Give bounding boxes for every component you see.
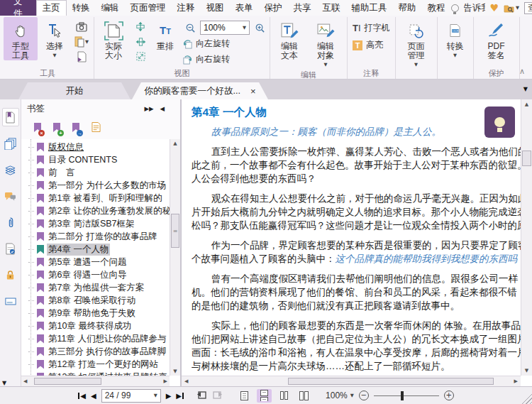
signatures-panel-button[interactable] bbox=[2, 239, 19, 258]
bookmark-item[interactable]: 第8章 召唤他采取行动 bbox=[28, 294, 180, 307]
continuous-facing-view-button[interactable] bbox=[297, 389, 311, 403]
scroll-left-arrow[interactable]: ◀ bbox=[184, 378, 188, 384]
menu-tab[interactable]: 编辑 bbox=[96, 0, 125, 16]
tab-active-document[interactable]: 你的顾客需要一个好故... × bbox=[132, 82, 268, 99]
document-horizontal-scrollbar[interactable]: ◀ ▶ bbox=[182, 376, 521, 386]
bookmark-item[interactable]: 第2章 让你的业务蓬勃发展的秘 bbox=[28, 204, 180, 217]
edit-text-button[interactable]: 编辑文本 bbox=[272, 17, 306, 60]
zoom-slider[interactable] bbox=[374, 391, 439, 400]
ribbon-collapse-chevron[interactable]: ∧ bbox=[519, 67, 525, 76]
scrollbar-thumb[interactable] bbox=[288, 378, 494, 385]
reflow-button[interactable]: TT 重排 bbox=[150, 17, 180, 51]
pdf-sign-button[interactable]: PDF签名 bbox=[476, 17, 517, 60]
window-resize-grip[interactable] bbox=[519, 391, 532, 404]
next-page-button[interactable]: ▶ bbox=[166, 392, 172, 400]
tell-me-label[interactable]: 告诉我 bbox=[464, 2, 485, 14]
previous-page-button[interactable]: ◀ bbox=[91, 392, 96, 400]
continuous-view-button[interactable] bbox=[257, 389, 272, 403]
bookmark-item[interactable]: 第4章 一个人物 bbox=[28, 243, 180, 256]
scroll-up-arrow[interactable]: ▲ bbox=[173, 141, 177, 146]
rotate-left-button[interactable]: 向左旋转 bbox=[182, 37, 267, 50]
panel-float-icon[interactable]: ▶▶ bbox=[144, 105, 153, 112]
tip-lightbulb-badge[interactable] bbox=[484, 107, 515, 138]
menu-tab[interactable]: 注释 bbox=[172, 0, 201, 16]
page-management-button[interactable]: 页面管理▼ bbox=[398, 17, 435, 70]
panel-collapse-icon[interactable]: ◀ bbox=[160, 105, 165, 112]
zoom-level-select[interactable]: 100% ▼ bbox=[200, 21, 250, 35]
page-thumbnails-button[interactable] bbox=[2, 134, 19, 153]
panel-collapse-triangle[interactable]: ▼ bbox=[2, 380, 6, 386]
scroll-up-arrow[interactable]: ▲ bbox=[525, 102, 528, 107]
menu-tab[interactable]: 表单 bbox=[230, 0, 259, 16]
zoom-out-button[interactable]: − bbox=[359, 391, 369, 400]
comments-panel-button[interactable] bbox=[2, 187, 19, 205]
scroll-right-arrow[interactable]: ▶ bbox=[164, 378, 167, 384]
bookmarks-vertical-scrollbar[interactable]: ▲ ≡ ▼ bbox=[170, 139, 180, 376]
fields-panel-button[interactable] bbox=[2, 292, 19, 310]
bookmark-item[interactable]: 第三部分 执行你的故事品牌脚 bbox=[28, 345, 180, 358]
delete-bookmark-button[interactable]: × bbox=[34, 122, 41, 135]
marquee-zoom-button[interactable] bbox=[133, 50, 148, 62]
set-destination-button[interactable]: → bbox=[72, 122, 79, 135]
menu-tab[interactable]: 辅助工具 bbox=[346, 0, 393, 16]
zoom-in-button[interactable]: + bbox=[444, 391, 454, 400]
menu-tab[interactable]: 教程 bbox=[422, 0, 451, 16]
menu-tab[interactable]: 转换 bbox=[67, 0, 96, 16]
document-vertical-scrollbar[interactable]: ▲ ▼ bbox=[521, 99, 532, 376]
add-bookmark-button[interactable]: + bbox=[53, 122, 60, 135]
zoom-in-button[interactable] bbox=[252, 22, 267, 34]
bookmarks-horizontal-scrollbar[interactable]: ◀ ▶ bbox=[21, 376, 170, 386]
next-view-button[interactable] bbox=[212, 390, 223, 401]
search-input[interactable] bbox=[524, 2, 532, 14]
menu-tab[interactable]: 帮助 bbox=[393, 0, 422, 16]
bookmark-item[interactable]: 第5章 遭遇一个问题 bbox=[28, 256, 180, 268]
bookmarks-panel-button[interactable] bbox=[2, 108, 19, 126]
highlight-button[interactable]: T 高亮 bbox=[353, 39, 390, 51]
bookmark-item[interactable]: 第一部分 为什么大多数的市场 bbox=[28, 179, 180, 192]
menu-tab[interactable]: 保护 bbox=[259, 0, 288, 16]
file-menu-button[interactable]: 文件 bbox=[0, 0, 36, 16]
menu-tab[interactable]: 页面管理 bbox=[125, 0, 172, 16]
bookmark-item[interactable]: 第9章 帮助他免于失败 bbox=[28, 307, 180, 320]
first-page-button[interactable]: ◀ bbox=[78, 392, 86, 400]
bookmark-item[interactable]: 第10章 最终获得成功 bbox=[28, 320, 180, 332]
actual-size-button[interactable]: 实际大小 bbox=[96, 17, 131, 60]
single-page-view-button[interactable] bbox=[237, 389, 252, 403]
bookmark-item[interactable]: 第7章 为他提供一套方案 bbox=[28, 281, 180, 294]
clipboard-button[interactable]: ▼ bbox=[74, 36, 89, 48]
bookmark-item[interactable]: 第11章 人们想让你的品牌参与 bbox=[28, 332, 180, 345]
scrollbar-thumb[interactable]: ≡ bbox=[171, 214, 179, 248]
expand-bookmarks-button[interactable] bbox=[92, 121, 101, 136]
layers-panel-button[interactable] bbox=[2, 160, 19, 179]
menu-tab[interactable]: 主页 bbox=[36, 0, 67, 16]
slider-thumb[interactable] bbox=[401, 391, 404, 400]
menu-tab[interactable]: 互联 bbox=[317, 0, 346, 16]
edit-object-button[interactable]: 编辑对象 ▼ bbox=[306, 17, 345, 70]
scrollbar-thumb[interactable] bbox=[34, 378, 101, 385]
close-tab-icon[interactable]: × bbox=[250, 86, 256, 97]
bookmark-item[interactable]: 版权信息 bbox=[28, 141, 180, 153]
bookmark-item[interactable]: 第二部分 打造你的故事品牌 bbox=[28, 230, 180, 243]
fit-page-button[interactable] bbox=[133, 21, 148, 33]
bookmark-item[interactable]: 目录 CONTENTS bbox=[28, 153, 180, 166]
previous-view-button[interactable] bbox=[196, 390, 207, 401]
typewriter-button[interactable]: TI 打字机 bbox=[353, 22, 390, 34]
rotate-right-button[interactable]: 向右旋转 bbox=[182, 53, 267, 66]
tell-me-bulb-icon[interactable] bbox=[451, 4, 459, 12]
tab-list-button[interactable]: ▼ bbox=[523, 86, 528, 92]
scrollbar-thumb[interactable] bbox=[522, 151, 531, 166]
security-panel-button[interactable] bbox=[2, 266, 19, 284]
attachments-panel-button[interactable] bbox=[2, 213, 19, 231]
bookmark-item[interactable]: 第1章 被看到、听到和理解的 bbox=[28, 192, 180, 204]
scroll-right-arrow[interactable]: ▶ bbox=[514, 378, 518, 384]
snapshot-button[interactable] bbox=[74, 21, 89, 33]
scroll-down-arrow[interactable]: ▼ bbox=[173, 368, 177, 374]
select-tool-button[interactable]: 选择 ▼ bbox=[38, 17, 72, 60]
search-scope-button[interactable]: ▼ bbox=[504, 4, 519, 13]
scroll-down-arrow[interactable]: ▼ bbox=[525, 368, 528, 373]
zoom-out-button[interactable] bbox=[182, 22, 198, 34]
hand-tool-button[interactable]: 手型工具 bbox=[4, 17, 38, 60]
convert-button[interactable]: OCR 转换 ▼ bbox=[440, 17, 471, 60]
bookmark-item[interactable]: 第12章 打造一个更好的网站 bbox=[28, 358, 180, 371]
page-clip-button[interactable] bbox=[74, 50, 89, 62]
